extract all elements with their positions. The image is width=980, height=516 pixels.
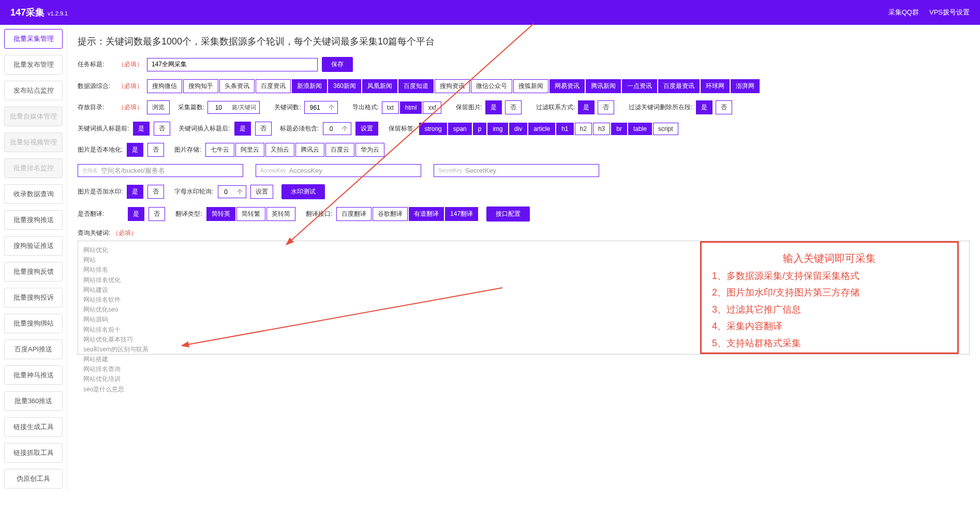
api-config-button[interactable]: 接口配置 [486,207,530,222]
sidebar-item-13[interactable]: 批量神马推送 [4,365,63,385]
source-tag-12[interactable]: 腾讯新闻 [586,79,621,93]
sidebar-item-1[interactable]: 批量发布管理 [4,55,63,75]
source-tag-16[interactable]: 澎湃网 [731,79,760,93]
source-tag-3[interactable]: 百度资讯 [256,79,291,93]
img-store-0[interactable]: 七牛云 [205,143,234,157]
title-must-input[interactable] [323,123,339,135]
keywords-textarea[interactable]: 网站优化网站网站排名网站排名优化网站建设网站排名软件网站优化seo网站源码网站排… [78,241,970,355]
collect-count-input[interactable] [208,102,229,113]
source-tag-9[interactable]: 微信公众号 [471,79,512,93]
filter-keyword-no[interactable]: 否 [716,100,732,114]
keyword-count-input[interactable] [305,102,325,113]
img-local-yes[interactable]: 是 [127,143,143,157]
source-tag-8[interactable]: 搜狗资讯 [435,79,470,93]
storage-ak-input[interactable] [289,167,417,174]
keep-image-no[interactable]: 否 [505,100,522,114]
alpha-wm-set-button[interactable]: 设置 [250,185,273,199]
translate-api-1[interactable]: 谷歌翻译 [373,207,408,221]
watermark-test-button[interactable]: 水印测试 [281,184,325,199]
keep-tag-5[interactable]: article [528,123,555,135]
filter-contact-no[interactable]: 否 [598,100,614,114]
translate-api-2[interactable]: 有道翻译 [409,207,444,221]
sidebar-item-2[interactable]: 发布站点监控 [4,81,63,100]
source-tag-0[interactable]: 搜狗微信 [147,79,182,93]
title-must-label: 标题必须包含: [280,124,319,133]
img-store-5[interactable]: 华为云 [355,143,384,157]
sidebar-item-6[interactable]: 收录数据查询 [4,184,63,204]
source-tag-14[interactable]: 百度最资讯 [658,79,700,93]
link-qq-group[interactable]: 采集QQ群 [888,8,919,17]
source-tag-2[interactable]: 头条资讯 [219,79,255,93]
task-title-input[interactable] [147,58,318,71]
source-tag-7[interactable]: 百度知道 [398,79,434,93]
sidebar-item-0[interactable]: 批量采集管理 [4,29,63,49]
translate-type-2[interactable]: 英转简 [266,207,295,221]
page-hint: 提示：关键词数最多1000个，采集数据源多个轮训，每个关键词最多采集10篇每个平… [78,35,970,48]
source-tag-4[interactable]: 新浪新闻 [292,79,327,93]
sidebar-item-14[interactable]: 批量360推送 [4,391,63,411]
translate-api-3[interactable]: 147翻译 [445,207,478,221]
alpha-wm-input[interactable] [218,186,234,198]
title-must-set-button[interactable]: 设置 [355,122,378,136]
storage-space-field[interactable]: 空间名 [78,164,243,177]
link-vps-dial[interactable]: VPS拨号设置 [929,8,970,17]
kw-before-no[interactable]: 否 [154,122,170,136]
source-tag-10[interactable]: 搜狐新闻 [513,79,548,93]
sidebar-item-17[interactable]: 伪原创工具 [4,469,63,489]
export-format-1[interactable]: html [400,101,422,114]
keep-image-yes[interactable]: 是 [485,100,502,114]
keep-tag-11[interactable]: script [653,123,678,135]
filter-contact-yes[interactable]: 是 [578,100,595,114]
keep-tag-9[interactable]: br [611,123,627,135]
storage-sk-field[interactable]: SecretKey [434,164,599,177]
watermark-yes[interactable]: 是 [127,185,143,199]
keep-tag-4[interactable]: div [509,123,527,135]
translate-api-0[interactable]: 百度翻译 [336,207,372,221]
source-tag-6[interactable]: 凤凰新闻 [362,79,397,93]
save-button[interactable]: 保存 [322,57,353,72]
sidebar-item-9[interactable]: 批量搜狗反馈 [4,262,63,282]
sidebar-item-12[interactable]: 百度API推送 [4,340,63,359]
translate-type-0[interactable]: 简转英 [206,207,235,221]
keep-tag-10[interactable]: table [628,123,652,135]
export-format-2[interactable]: xxf [423,101,441,114]
annotation-line-4: 4、采集内容翻译 [712,318,947,334]
keyword-line: 网站搭建 [83,355,964,364]
filter-keyword-yes[interactable]: 是 [696,100,712,114]
keep-tag-6[interactable]: h1 [556,123,573,135]
translate-no[interactable]: 否 [149,207,165,221]
storage-sk-input[interactable] [465,167,595,174]
sidebar-item-10[interactable]: 批量搜狗投诉 [4,288,63,307]
sidebar-item-16[interactable]: 链接抓取工具 [4,443,63,463]
img-local-no[interactable]: 否 [147,143,164,157]
keep-tag-3[interactable]: img [487,123,508,135]
sidebar-item-8[interactable]: 搜狗验证推送 [4,236,63,256]
source-tag-13[interactable]: 一点资讯 [622,79,657,93]
img-store-4[interactable]: 百度云 [325,143,354,157]
storage-ak-field[interactable]: AccessKey [256,164,421,177]
kw-after-yes[interactable]: 是 [234,122,251,136]
source-tag-1[interactable]: 搜狗知乎 [183,79,218,93]
img-store-3[interactable]: 腾讯云 [295,143,324,157]
watermark-no[interactable]: 否 [147,185,164,199]
sidebar-item-7[interactable]: 批量搜狗推送 [4,210,63,230]
storage-space-input[interactable] [101,167,239,174]
kw-after-no[interactable]: 否 [255,122,272,136]
keep-tag-1[interactable]: span [448,123,472,135]
keep-tag-8[interactable]: h3 [593,123,610,135]
keep-tag-0[interactable]: strong [419,123,447,135]
sidebar-item-15[interactable]: 链接生成工具 [4,417,63,437]
source-tag-5[interactable]: 360新闻 [328,79,361,93]
source-tag-11[interactable]: 网易资讯 [550,79,585,93]
keep-tag-7[interactable]: h2 [575,123,592,135]
img-store-2[interactable]: 又拍云 [265,143,294,157]
kw-before-yes[interactable]: 是 [133,122,150,136]
img-store-1[interactable]: 阿里云 [235,143,264,157]
export-format-0[interactable]: txt [382,101,399,114]
keep-tag-2[interactable]: p [473,123,487,135]
source-tag-15[interactable]: 环球网 [701,79,730,93]
translate-yes[interactable]: 是 [128,207,144,221]
translate-type-1[interactable]: 简转繁 [236,207,265,221]
sidebar-item-11[interactable]: 批量搜狗绑站 [4,314,63,333]
browse-button[interactable]: 浏览 [147,100,170,114]
